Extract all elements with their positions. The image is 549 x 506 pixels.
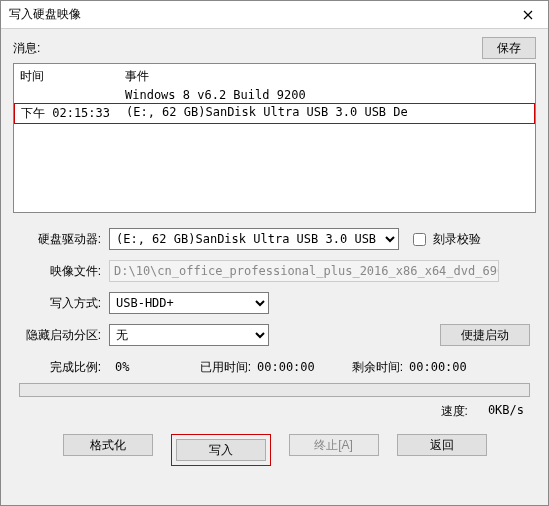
speed-row: 速度: 0KB/s [13,397,536,430]
progress-bar [19,383,530,397]
hidden-row: 隐藏启动分区: 无 便捷启动 [19,323,530,347]
drive-label: 硬盘驱动器: [19,231,109,248]
save-button[interactable]: 保存 [482,37,536,59]
close-button[interactable] [508,1,548,29]
verify-checkbox[interactable]: 刻录校验 [409,230,481,249]
convenient-boot-button[interactable]: 便捷启动 [440,324,530,346]
message-label: 消息: [13,40,482,57]
speed-value: 0KB/s [488,403,524,420]
log-row-event: (E:, 62 GB)SanDisk Ultra USB 3.0 USB De [126,105,528,122]
log-header: 时间 事件 [14,64,535,87]
speed-label: 速度: [441,403,468,420]
log-row-event: Windows 8 v6.2 Build 9200 [125,88,529,102]
window-title: 写入硬盘映像 [9,6,508,23]
elapsed-label: 已用时间: [181,359,251,376]
log-header-event: 事件 [125,68,529,85]
image-row: 映像文件: D:\10\cn_office_professional_plus_… [19,259,530,283]
progress-row: 完成比例: 0% 已用时间: 00:00:00 剩余时间: 00:00:00 [13,357,536,377]
image-label: 映像文件: [19,263,109,280]
mode-row: 写入方式: USB-HDD+ [19,291,530,315]
log-row: Windows 8 v6.2 Build 9200 [14,87,535,103]
drive-select[interactable]: (E:, 62 GB)SanDisk Ultra USB 3.0 USB De [109,228,399,250]
log-box[interactable]: 时间 事件 Windows 8 v6.2 Build 9200 下午 02:15… [13,63,536,213]
back-button[interactable]: 返回 [397,434,487,456]
write-button[interactable]: 写入 [176,439,266,461]
elapsed-value: 00:00:00 [257,360,327,374]
hidden-select[interactable]: 无 [109,324,269,346]
close-icon [523,10,533,20]
log-row: 下午 02:15:33 (E:, 62 GB)SanDisk Ultra USB… [14,103,535,124]
mode-select[interactable]: USB-HDD+ [109,292,269,314]
dialog-window: 写入硬盘映像 消息: 保存 时间 事件 Windows 8 v6.2 Build… [0,0,549,506]
format-button[interactable]: 格式化 [63,434,153,456]
write-button-highlight: 写入 [171,434,271,466]
button-row: 格式化 写入 终止[A] 返回 [13,430,536,468]
log-row-time: 下午 02:15:33 [21,105,126,122]
verify-checkbox-input[interactable] [413,233,426,246]
message-row: 消息: 保存 [13,37,536,59]
content-area: 消息: 保存 时间 事件 Windows 8 v6.2 Build 9200 下… [1,29,548,505]
remain-value: 00:00:00 [409,360,467,374]
ratio-value: 0% [115,360,175,374]
remain-label: 剩余时间: [333,359,403,376]
image-path-field: D:\10\cn_office_professional_plus_2016_x… [109,260,499,282]
ratio-label: 完成比例: [19,359,109,376]
verify-label: 刻录校验 [433,231,481,248]
titlebar: 写入硬盘映像 [1,1,548,29]
log-row-time [20,88,125,102]
drive-row: 硬盘驱动器: (E:, 62 GB)SanDisk Ultra USB 3.0 … [19,227,530,251]
log-header-time: 时间 [20,68,125,85]
hidden-label: 隐藏启动分区: [19,327,109,344]
form-section: 硬盘驱动器: (E:, 62 GB)SanDisk Ultra USB 3.0 … [13,227,536,347]
abort-button: 终止[A] [289,434,379,456]
mode-label: 写入方式: [19,295,109,312]
